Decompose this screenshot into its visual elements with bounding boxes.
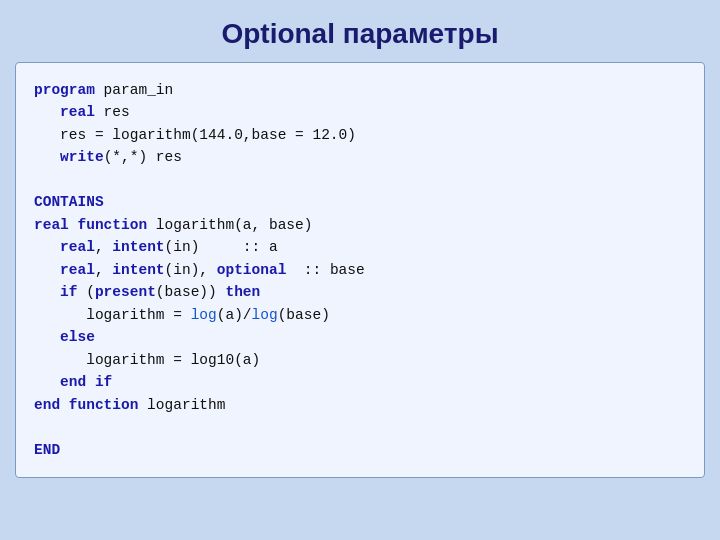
code-line-3: res = logarithm(144.0,base = 12.0): [34, 124, 686, 146]
code-line-11: logarithm = log(a)/log(base): [34, 304, 686, 326]
code-line-1: program param_in: [34, 79, 686, 101]
code-line-14: end if: [34, 371, 686, 393]
code-line-9: real, intent(in), optional :: base: [34, 259, 686, 281]
code-block: program param_in real res res = logarith…: [15, 62, 705, 478]
code-line-7: real function logarithm(a, base): [34, 214, 686, 236]
code-line-2: real res: [34, 101, 686, 123]
code-blank-2: [34, 416, 686, 438]
code-line-8: real, intent(in) :: a: [34, 236, 686, 258]
code-line-12: else: [34, 326, 686, 348]
code-line-15: end function logarithm: [34, 394, 686, 416]
code-line-17: END: [34, 439, 686, 461]
code-line-6: CONTAINS: [34, 191, 686, 213]
page-title: Optional параметры: [0, 18, 720, 50]
code-blank-1: [34, 169, 686, 191]
code-line-4: write(*,*) res: [34, 146, 686, 168]
code-line-10: if (present(base)) then: [34, 281, 686, 303]
code-line-13: logarithm = log10(a): [34, 349, 686, 371]
